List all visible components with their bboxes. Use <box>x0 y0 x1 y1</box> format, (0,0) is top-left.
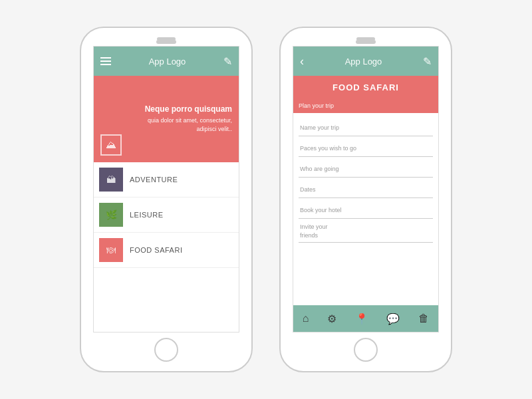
phone-1: App Logo ✎ Neque porro quisquam quia dol… <box>80 27 253 372</box>
list-item[interactable]: 🌿 LEISURE <box>94 198 239 233</box>
phone-1-home-button[interactable] <box>154 338 178 362</box>
plan-trip-label: Plan your trip <box>299 102 334 109</box>
leisure-thumb: 🌿 <box>99 203 123 227</box>
trash-nav-icon[interactable]: 🗑 <box>418 313 429 325</box>
food-safari-title: FOOD SAFARI <box>332 82 399 92</box>
leisure-thumb-icon: 🌿 <box>106 209 117 220</box>
chat-nav-icon[interactable]: 💬 <box>386 313 400 325</box>
phones-container: App Logo ✎ Neque porro quisquam quia dol… <box>80 27 452 372</box>
phone-1-speaker <box>157 37 176 41</box>
phone-2-app-logo: App Logo <box>345 57 382 66</box>
phone-1-app-logo: App Logo <box>149 57 186 66</box>
hero-subtext: quia dolor sit amet, consectetur,adipisc… <box>145 116 232 133</box>
phone-1-edit-icon[interactable]: ✎ <box>223 55 232 68</box>
back-icon[interactable]: ‹ <box>300 55 304 68</box>
phone-1-header: App Logo ✎ <box>94 47 239 76</box>
dates-label: Dates <box>300 186 316 193</box>
food-safari-label: FOOD SAFARI <box>130 246 182 254</box>
food-thumb: 🍽 <box>99 238 123 262</box>
hero-text: Neque porro quisquam quia dolor sit amet… <box>145 104 232 133</box>
home-nav-icon[interactable]: ⌂ <box>303 313 309 325</box>
phone-2-screen: ‹ App Logo ✎ FOOD SAFARI Plan your trip … <box>293 46 439 332</box>
who-going-label: Who are going <box>300 166 339 172</box>
leisure-label: LEISURE <box>130 211 164 219</box>
settings-nav-icon[interactable]: ⚙ <box>327 313 336 325</box>
dates-field[interactable]: Dates <box>299 179 433 198</box>
food-thumb-icon: 🍽 <box>106 245 116 255</box>
adventure-label: ADVENTURE <box>130 176 178 184</box>
invite-area[interactable]: Invite your friends <box>299 220 433 243</box>
adventure-thumb: 🏔 <box>99 168 123 192</box>
invite-label: Invite your friends <box>300 223 328 239</box>
name-trip-field[interactable]: Name your trip <box>299 117 433 136</box>
phone-1-menu-list: 🏔 ADVENTURE 🌿 LEISURE 🍽 FOOD SAFARI <box>94 162 239 332</box>
plan-trip-header: Plan your trip <box>293 98 438 113</box>
who-going-field[interactable]: Who are going <box>299 158 433 178</box>
phone-2-edit-icon[interactable]: ✎ <box>423 55 432 68</box>
phone-2-home-button[interactable] <box>354 338 378 362</box>
list-item[interactable]: 🍽 FOOD SAFARI <box>94 233 239 268</box>
hero-heading: Neque porro quisquam <box>145 104 232 114</box>
bottom-nav: ⌂ ⚙ 📍 💬 🗑 <box>293 305 438 332</box>
hero-image-icon: ⛰ <box>106 139 116 151</box>
phone-2-header: ‹ App Logo ✎ <box>293 47 438 76</box>
hero-section: Neque porro quisquam quia dolor sit amet… <box>94 76 239 162</box>
hotel-field[interactable]: Book your hotel <box>299 200 433 219</box>
form-area: Name your trip Paces you wish to go Who … <box>293 113 438 305</box>
phone-2-speaker <box>356 37 375 41</box>
hotel-label: Book your hotel <box>300 207 342 213</box>
adventure-thumb-icon: 🏔 <box>106 174 116 185</box>
places-label: Paces you wish to go <box>300 145 356 152</box>
location-nav-icon[interactable]: 📍 <box>355 313 368 325</box>
places-field[interactable]: Paces you wish to go <box>299 138 433 157</box>
list-item[interactable]: 🏔 ADVENTURE <box>94 162 239 198</box>
food-safari-banner: FOOD SAFARI <box>293 76 438 98</box>
phone-1-screen: App Logo ✎ Neque porro quisquam quia dol… <box>93 46 239 332</box>
hamburger-icon[interactable] <box>100 57 111 65</box>
phone-2: ‹ App Logo ✎ FOOD SAFARI Plan your trip … <box>279 27 452 372</box>
name-trip-label: Name your trip <box>300 124 339 131</box>
hero-image-placeholder: ⛰ <box>100 134 122 156</box>
